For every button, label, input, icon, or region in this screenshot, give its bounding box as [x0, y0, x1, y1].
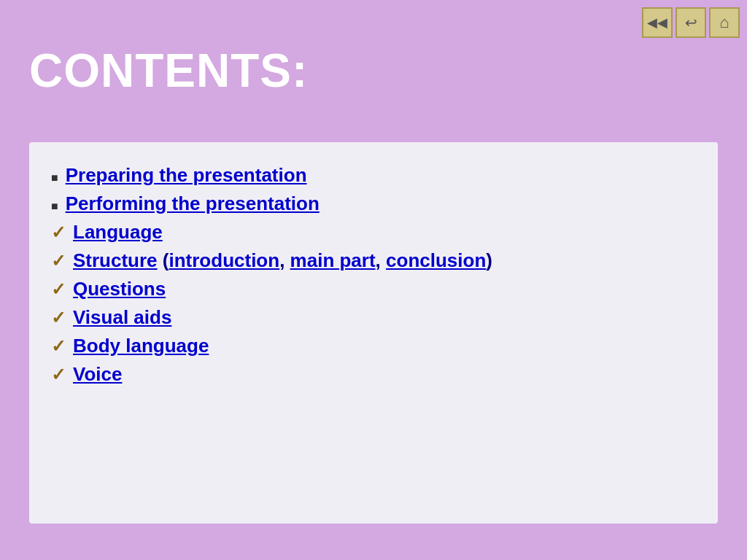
check-icon: ✓: [51, 336, 66, 357]
main-part-link[interactable]: main part: [290, 249, 376, 271]
conclusion-link[interactable]: conclusion: [386, 249, 486, 271]
home-button[interactable]: ⌂: [709, 7, 740, 38]
visual-aids-link[interactable]: Visual aids: [73, 306, 171, 329]
body-language-link[interactable]: Body language: [73, 335, 209, 357]
up-button[interactable]: ↩: [676, 7, 706, 38]
introduction-link[interactable]: introduction: [169, 249, 279, 271]
bullet-square-icon: ■: [51, 200, 58, 213]
questions-link[interactable]: Questions: [73, 278, 166, 300]
bullet-square-icon: ■: [51, 171, 58, 184]
back-button[interactable]: ◀◀: [642, 7, 673, 38]
content-list: ■ Preparing the presentation ■ Performin…: [51, 164, 696, 386]
performing-link[interactable]: Performing the presentation: [66, 192, 320, 215]
check-icon: ✓: [51, 251, 66, 271]
up-icon: ↩: [685, 14, 697, 31]
check-icon: ✓: [51, 365, 66, 385]
comma1: ,: [279, 249, 290, 271]
check-icon: ✓: [51, 308, 66, 328]
structure-link[interactable]: Structure: [73, 249, 158, 271]
nav-buttons: ◀◀ ↩ ⌂: [642, 7, 740, 38]
list-item: ✓ Structure (introduction, main part, co…: [51, 249, 696, 272]
paren-close: ): [486, 249, 492, 271]
list-item: ■ Performing the presentation: [51, 192, 696, 215]
list-item: ✓ Voice: [51, 363, 696, 386]
voice-link[interactable]: Voice: [73, 363, 122, 386]
preparing-link[interactable]: Preparing the presentation: [66, 164, 307, 187]
home-icon: ⌂: [719, 13, 729, 32]
language-link[interactable]: Language: [73, 221, 163, 244]
check-icon: ✓: [51, 279, 66, 300]
page-background: ◀◀ ↩ ⌂ CONTENTS: ■ Preparing the present…: [0, 0, 747, 560]
list-item: ✓ Visual aids: [51, 306, 696, 329]
list-item: ✓ Body language: [51, 335, 696, 357]
list-item: ■ Preparing the presentation: [51, 164, 696, 187]
list-item: ✓ Language: [51, 221, 696, 244]
back-icon: ◀◀: [647, 15, 667, 31]
content-box: ■ Preparing the presentation ■ Performin…: [29, 142, 718, 524]
comma2: ,: [376, 249, 386, 271]
structure-item: Structure (introduction, main part, conc…: [73, 249, 492, 272]
check-icon: ✓: [51, 222, 66, 243]
page-title: CONTENTS:: [29, 44, 308, 98]
list-item: ✓ Questions: [51, 278, 696, 300]
